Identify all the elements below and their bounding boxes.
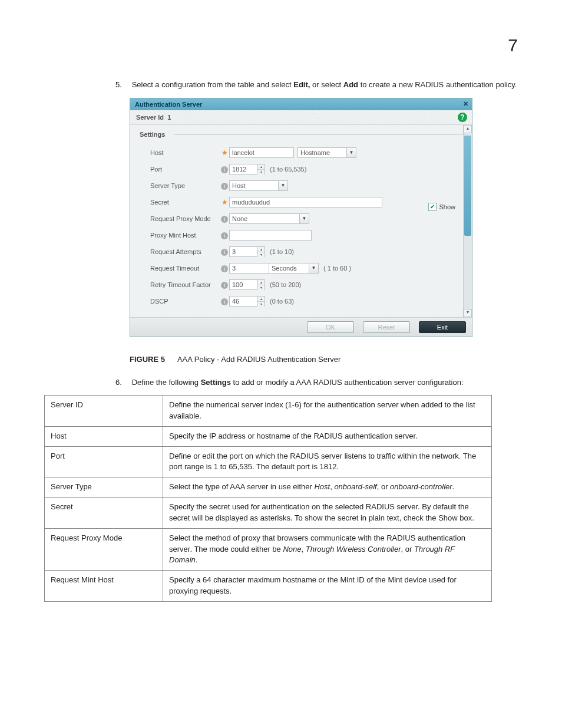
server-type-select[interactable]: Host [229, 180, 279, 191]
required-icon: ★ [220, 198, 229, 206]
row-secret: Secret ★ [140, 196, 462, 209]
step-6-settings: Settings [201, 378, 231, 387]
required-icon: ★ [220, 149, 229, 157]
settings-description-table: Server ID Define the numerical server in… [44, 395, 492, 602]
row-timeout: Request Timeout i Seconds▼ ( 1 to 60 ) [140, 262, 462, 275]
table-row: Host Specify the IP address or hostname … [45, 426, 492, 446]
close-icon[interactable]: ✕ [463, 100, 468, 108]
row-host: Host ★ Hostname▼ [140, 146, 462, 159]
spinner-up-icon[interactable]: ▴ [257, 280, 265, 285]
table-row: Port Define or edit the port on which th… [45, 446, 492, 477]
timeout-hint: ( 1 to 60 ) [323, 265, 351, 272]
cell-value: Specify the secret used for authenticati… [163, 498, 492, 529]
retry-hint: (50 to 200) [270, 281, 301, 288]
chevron-down-icon[interactable]: ▼ [347, 147, 356, 158]
mint-host-input[interactable] [229, 230, 312, 241]
proxy-mode-select[interactable]: None [229, 213, 300, 224]
chevron-down-icon[interactable]: ▼ [300, 213, 309, 224]
cell-key: Port [45, 446, 163, 477]
spinner-down-icon[interactable]: ▾ [257, 170, 265, 174]
cell-value: Specify the IP address or hostname of th… [163, 426, 492, 446]
cell-key: Server ID [45, 396, 163, 427]
info-icon: i [220, 231, 229, 239]
port-spinner[interactable]: ▴▾ [257, 164, 265, 174]
dscp-input[interactable] [229, 296, 257, 307]
timeout-input[interactable] [229, 263, 269, 274]
auth-server-dialog: Authentication Server ✕ Server Id 1 ? ▴ … [130, 98, 472, 337]
exit-button[interactable]: Exit [419, 321, 466, 333]
label-attempts: Request Attempts [140, 248, 220, 255]
cell-key: Host [45, 426, 163, 446]
scrollbar-thumb[interactable] [464, 136, 471, 236]
info-icon: i [220, 264, 229, 272]
table-row: Request Proxy Mode Select the method of … [45, 528, 492, 571]
info-icon: i [220, 281, 229, 289]
figure-text: AAA Policy - Add RADIUS Authentication S… [177, 355, 340, 364]
step-5-num: 5. [115, 79, 130, 91]
row-mint-host: Proxy Mint Host i [140, 229, 462, 242]
cell-key: Request Mint Host [45, 571, 163, 602]
timeout-unit-select[interactable]: Seconds [269, 263, 309, 274]
chevron-down-icon[interactable]: ▼ [279, 180, 288, 191]
cell-value: Select the type of AAA server in use eit… [163, 477, 492, 498]
spinner-up-icon[interactable]: ▴ [257, 297, 265, 302]
host-type-select[interactable]: Hostname [297, 147, 347, 158]
step-5-text-mid: or select [310, 80, 343, 89]
spinner-down-icon[interactable]: ▾ [257, 285, 265, 290]
dscp-spinner[interactable]: ▴▾ [257, 296, 265, 307]
info-icon: i [220, 248, 229, 256]
table-row: Secret Specify the secret used for authe… [45, 498, 492, 529]
dialog-title: Authentication Server [135, 101, 202, 108]
server-id-label: Server Id [136, 114, 164, 121]
spinner-down-icon[interactable]: ▾ [257, 302, 265, 307]
ok-button[interactable]: OK [307, 321, 354, 333]
dscp-hint: (0 to 63) [270, 298, 294, 305]
label-dscp: DSCP [140, 298, 220, 305]
secret-input[interactable] [229, 197, 382, 207]
spinner-up-icon[interactable]: ▴ [257, 164, 265, 170]
spinner-down-icon[interactable]: ▾ [257, 252, 265, 257]
attempts-input[interactable] [229, 246, 257, 257]
host-input[interactable] [229, 147, 294, 158]
dialog-body: ▴ ▾ Settings Host ★ Hostname▼ Port i ▴▾ … [130, 125, 472, 317]
step-5: 5. Select a configuration from the table… [130, 79, 518, 91]
row-dscp: DSCP i ▴▾ (0 to 63) [140, 295, 462, 308]
info-icon: i [220, 182, 229, 190]
checkbox-checked-icon[interactable]: ✔ [428, 203, 437, 211]
help-icon[interactable]: ? [458, 113, 467, 122]
settings-fieldset: Settings Host ★ Hostname▼ Port i ▴▾ (1 t… [140, 131, 462, 308]
spinner-up-icon[interactable]: ▴ [257, 247, 265, 252]
step-6-text-post: to add or modify a AAA RADIUS authentica… [231, 378, 464, 387]
reset-button[interactable]: Reset [363, 321, 410, 333]
info-icon: i [220, 297, 229, 305]
port-hint: (1 to 65,535) [270, 166, 306, 173]
show-secret-checkbox[interactable]: ✔ Show [428, 203, 455, 211]
step-6-text-pre: Define the following [132, 378, 201, 387]
step-6-num: 6. [115, 377, 130, 388]
step-5-add: Add [343, 80, 358, 89]
port-input[interactable] [229, 164, 257, 174]
scroll-up-icon[interactable]: ▴ [464, 125, 472, 133]
server-id-value: 1 [167, 114, 171, 121]
row-attempts: Request Attempts i ▴▾ (1 to 10) [140, 245, 462, 258]
step-5-edit: Edit, [293, 80, 310, 89]
dialog-subheader: Server Id 1 ? [130, 110, 472, 125]
dialog-titlebar: Authentication Server ✕ [130, 98, 472, 110]
label-secret: Secret [140, 199, 220, 206]
retry-input[interactable] [229, 279, 257, 290]
cell-key: Request Proxy Mode [45, 528, 163, 571]
chevron-down-icon[interactable]: ▼ [309, 263, 319, 274]
label-server-type: Server Type [140, 182, 220, 189]
cell-value: Select the method of proxy that browsers… [163, 528, 492, 571]
attempts-spinner[interactable]: ▴▾ [257, 246, 265, 257]
retry-spinner[interactable]: ▴▾ [257, 279, 265, 290]
label-mint-host: Proxy Mint Host [140, 232, 220, 239]
step-5-text-post: to create a new RADIUS authentication po… [358, 80, 517, 89]
scrollbar-track: ▴ ▾ [463, 125, 472, 317]
row-server-type: Server Type i Host▼ [140, 179, 462, 192]
show-label: Show [439, 203, 455, 210]
dialog-footer: OK Reset Exit [130, 317, 472, 337]
table-row: Request Mint Host Specify a 64 character… [45, 571, 492, 602]
scroll-down-icon[interactable]: ▾ [464, 309, 472, 317]
info-icon: i [220, 165, 229, 173]
